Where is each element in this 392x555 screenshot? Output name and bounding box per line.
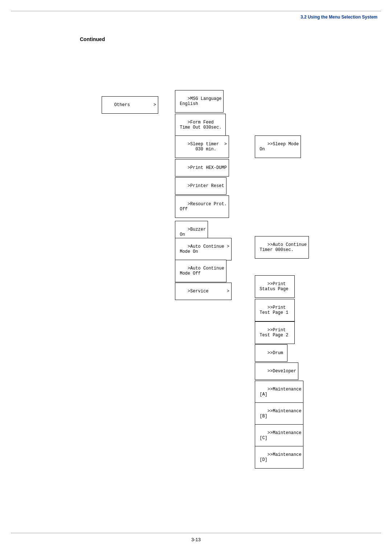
msg-language-box: >MSG Language English bbox=[175, 90, 224, 113]
section-header: 3.2 Using the Menu Selection System bbox=[301, 15, 377, 20]
maintenance-c-box: >>Maintenance [C] bbox=[255, 424, 303, 447]
sleep-timer-box: >Sleep timer > 030 min. bbox=[175, 135, 229, 158]
drum-box: >>Drum bbox=[255, 344, 287, 362]
form-feed-box: >Form Feed Time Out 030sec. bbox=[175, 114, 226, 136]
bottom-border bbox=[11, 533, 381, 533]
print-status-box: >>Print Status Page bbox=[255, 275, 295, 298]
sleep-mode-box: >>Sleep Mode On bbox=[255, 135, 301, 158]
others-box: Others > bbox=[102, 96, 158, 114]
maintenance-a-box: >>Maintenance [A] bbox=[255, 381, 303, 403]
auto-continue-on-box: >Auto Continue > Mode On bbox=[175, 238, 232, 260]
maintenance-d-box: >>Maintenance [D] bbox=[255, 446, 303, 469]
auto-continue-off-box: >Auto Continue Mode Off bbox=[175, 260, 226, 282]
top-border bbox=[11, 11, 381, 11]
printer-reset-box: >Printer Reset bbox=[175, 177, 226, 195]
print-test2-box: >>Print Test Page 2 bbox=[255, 321, 295, 344]
developer-box: >>Developer bbox=[255, 362, 298, 380]
service-box: >Service > bbox=[175, 283, 232, 300]
print-test1-box: >>Print Test Page 1 bbox=[255, 299, 295, 321]
maintenance-b-box: >>Maintenance [B] bbox=[255, 402, 303, 425]
resource-prot-box: >Resource Prot. Off bbox=[175, 195, 229, 218]
auto-continue-timer-box: >>Auto Continue Timer 000sec. bbox=[255, 236, 309, 259]
continued-label: Continued bbox=[80, 36, 105, 42]
page-number: 3-13 bbox=[191, 537, 201, 542]
print-hexdump-box: >Print HEX-DUMP bbox=[175, 159, 229, 177]
